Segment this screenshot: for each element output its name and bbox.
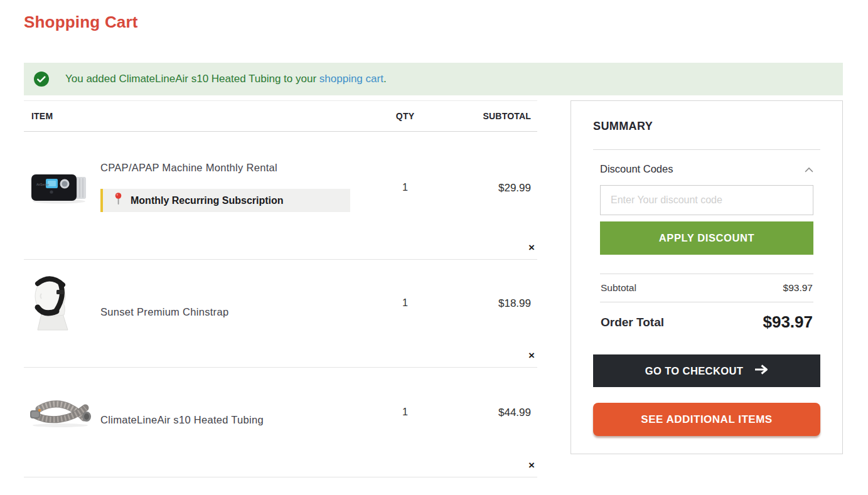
product-details: CPAP/APAP Machine Monthly Rental Monthly… (100, 132, 375, 259)
summary-panel: SUMMARY Discount Codes APPLY DISCOUNT (571, 100, 843, 454)
item-subtotal: $29.99 (435, 132, 537, 259)
remove-item-button[interactable]: × (528, 350, 535, 361)
checkout-button-label: GO TO CHECKOUT (645, 365, 744, 377)
cart-table: ITEM QTY SUBTOTAL (24, 100, 537, 477)
product-title[interactable]: Sunset Premium Chinstrap (100, 306, 375, 318)
cart-row-cpap-rental: AirSense CPAP/APAP Machine Monthly Renta… (24, 132, 537, 260)
shopping-cart-link[interactable]: shopping cart (319, 73, 383, 85)
order-total-label: Order Total (601, 316, 664, 329)
discount-codes-section: Discount Codes APPLY DISCOUNT (600, 163, 813, 255)
subtotal-row: Subtotal $93.97 (600, 274, 813, 302)
chevron-up-icon (805, 164, 813, 175)
main-content: ITEM QTY SUBTOTAL (24, 100, 843, 477)
success-check-icon (34, 72, 49, 87)
product-title[interactable]: CPAP/APAP Machine Monthly Rental (100, 162, 375, 174)
product-details: Sunset Premium Chinstrap (100, 260, 375, 367)
svg-text:AirSense: AirSense (36, 183, 50, 186)
column-header-subtotal: SUBTOTAL (435, 111, 537, 121)
discount-code-input[interactable] (600, 185, 813, 215)
product-image-chinstrap[interactable] (24, 260, 100, 367)
go-to-checkout-button[interactable]: GO TO CHECKOUT (593, 354, 820, 387)
order-total-value: $93.97 (763, 312, 813, 332)
subtotal-label: Subtotal (601, 282, 636, 294)
totals-section: Subtotal $93.97 Order Total $93.97 (600, 274, 813, 338)
see-additional-items-button[interactable]: SEE ADDITIONAL ITEMS (593, 403, 820, 436)
discount-codes-label: Discount Codes (600, 163, 673, 175)
cart-row-heated-tubing: ClimateLineAir s10 Heated Tubing 1 $44.9… (24, 368, 537, 477)
success-banner: You added ClimateLineAir s10 Heated Tubi… (24, 63, 843, 95)
summary-divider (593, 149, 820, 150)
apply-discount-button[interactable]: APPLY DISCOUNT (600, 221, 813, 255)
success-message-prefix: You added ClimateLineAir s10 Heated Tubi… (65, 73, 319, 85)
column-header-item: ITEM (24, 111, 100, 121)
item-subtotal: $44.99 (435, 368, 537, 477)
summary-title: SUMMARY (593, 120, 820, 133)
pin-icon (114, 193, 122, 208)
column-header-qty: QTY (375, 111, 435, 121)
success-message-suffix: . (383, 73, 387, 85)
shopping-cart-page: Shopping Cart You added ClimateLineAir s… (0, 0, 868, 495)
page-title: Shopping Cart (24, 13, 138, 32)
product-title[interactable]: ClimateLineAir s10 Heated Tubing (100, 414, 375, 426)
cart-table-header: ITEM QTY SUBTOTAL (24, 100, 537, 132)
product-details: ClimateLineAir s10 Heated Tubing (100, 368, 375, 477)
order-total-row: Order Total $93.97 (600, 302, 813, 338)
cart-row-chinstrap: Sunset Premium Chinstrap 1 $18.99 × (24, 260, 537, 368)
arrow-right-icon (754, 365, 768, 377)
item-qty: 1 (375, 260, 435, 367)
subscription-badge: Monthly Recurring Subscription (100, 189, 350, 212)
item-qty: 1 (375, 132, 435, 259)
remove-item-button[interactable]: × (528, 242, 535, 253)
remove-item-button[interactable]: × (528, 460, 535, 471)
summary-column: SUMMARY Discount Codes APPLY DISCOUNT (571, 100, 843, 454)
subscription-badge-label: Monthly Recurring Subscription (131, 195, 284, 206)
success-message: You added ClimateLineAir s10 Heated Tubi… (65, 73, 387, 85)
subtotal-value: $93.97 (783, 282, 813, 294)
item-subtotal: $18.99 (435, 260, 537, 367)
item-qty: 1 (375, 368, 435, 477)
product-image-heated-tubing[interactable] (24, 368, 100, 477)
product-image-cpap-machine[interactable]: AirSense (24, 132, 100, 259)
discount-codes-toggle[interactable]: Discount Codes (600, 163, 813, 175)
